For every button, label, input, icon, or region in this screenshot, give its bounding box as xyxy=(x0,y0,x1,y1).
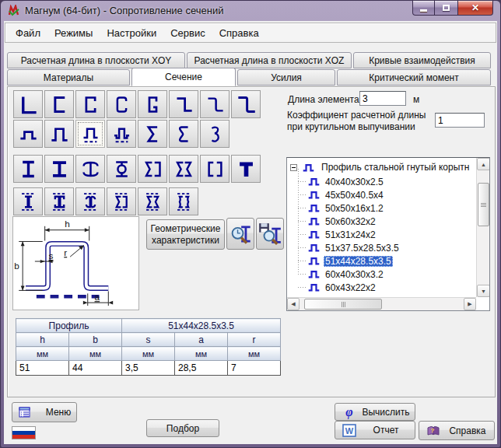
value-r[interactable]: 7 xyxy=(228,361,281,376)
tree-horizontal-scrollbar[interactable]: ◀ ▶ xyxy=(287,297,476,310)
zee-section-button[interactable] xyxy=(169,90,198,118)
hat-section-icon xyxy=(307,229,321,240)
tab-section[interactable]: Сечение xyxy=(131,68,236,86)
tab-interaction-curves[interactable]: Кривые взаимодействия xyxy=(353,52,491,68)
collapse-icon[interactable] xyxy=(290,164,297,171)
svg-text:?: ? xyxy=(431,427,435,434)
tree-item[interactable]: 45x50x40.5x4 xyxy=(306,188,476,201)
report-button[interactable]: W Отчет xyxy=(335,421,415,439)
menu-modes[interactable]: Режимы xyxy=(47,26,100,40)
maximize-button[interactable] xyxy=(435,1,457,16)
tee-section-button[interactable] xyxy=(231,155,261,183)
channel-inner-lip-section-button[interactable] xyxy=(138,90,167,118)
menu-help[interactable]: Справка xyxy=(212,26,266,40)
hat-dashed-section-icon xyxy=(80,124,101,145)
zee-large-section-button[interactable] xyxy=(231,90,261,118)
profile-header-cell: Профиль xyxy=(16,319,122,333)
tab-length-xoz[interactable]: Расчетная длина в плоскости XOZ xyxy=(187,52,352,68)
channel-round-section-button[interactable] xyxy=(107,90,136,118)
facing-channels-section-button[interactable] xyxy=(200,155,229,183)
tree-vertical-scrollbar[interactable]: ▲ ▼ xyxy=(476,158,489,297)
double-sigma-section-button[interactable] xyxy=(169,155,198,183)
sigma-channel-section-button[interactable] xyxy=(138,155,167,183)
section-tab-page: Длина элемента м Коэффициент расчетной д… xyxy=(7,86,496,397)
tab-length-xoy[interactable]: Расчетная длина в плоскости XOY xyxy=(7,52,185,68)
channel-section-button[interactable] xyxy=(44,90,74,118)
composite-curl-dashed-button[interactable] xyxy=(75,187,105,215)
ibeam-ring-section-button[interactable] xyxy=(107,155,136,183)
epsilon-section-button[interactable] xyxy=(200,120,229,148)
scroll-down-icon[interactable]: ▼ xyxy=(477,285,490,297)
element-length-input[interactable] xyxy=(359,91,406,106)
channel-lips-section-button[interactable] xyxy=(75,90,105,118)
minimize-button[interactable] xyxy=(412,1,435,16)
tree-item-label: 50x60x32x2 xyxy=(324,216,377,227)
channel-lips-section-icon xyxy=(80,94,101,115)
section-palette-row-3 xyxy=(13,155,261,183)
title-bar[interactable]: Магнум (64-бит) - Сопротивление сечений … xyxy=(1,1,500,21)
magnum-logo-icon xyxy=(8,5,20,17)
composite-channel-lips-dashed-button[interactable] xyxy=(44,187,74,215)
selection-button[interactable]: Подбор xyxy=(146,419,219,437)
angle-section-button[interactable] xyxy=(13,90,43,118)
col-r: r xyxy=(228,333,281,347)
tree-item[interactable]: 51x44x28.5x3.5 xyxy=(306,254,476,268)
app-window: Магнум (64-бит) - Сопротивление сечений … xyxy=(0,0,501,448)
tree-item[interactable]: 51x37.5x28.5x3.5 xyxy=(306,241,476,254)
menu-button[interactable]: Меню xyxy=(12,402,77,422)
menu-file[interactable]: Файл xyxy=(9,26,47,40)
menu-service[interactable]: Сервис xyxy=(163,26,212,40)
tab-critical-moment[interactable]: Критический момент xyxy=(337,69,491,86)
section-magnifier-save-icon[interactable] xyxy=(256,218,284,250)
tree-item[interactable]: 51x31x24x2 xyxy=(306,228,476,241)
close-button[interactable]: ✕ xyxy=(457,1,493,16)
hat-small-section-button[interactable] xyxy=(13,120,43,148)
geometric-characteristics-button[interactable]: Геометрические характеристики xyxy=(146,219,225,250)
composite-epsilon-dashed-button[interactable] xyxy=(169,187,198,215)
ibeam-curl-section-button[interactable] xyxy=(75,155,105,183)
section-palette-row-2 xyxy=(13,120,229,148)
scroll-right-icon[interactable]: ▶ xyxy=(464,298,476,310)
tree-item[interactable]: 40x40x30x2.5 xyxy=(306,175,476,188)
svg-text:s: s xyxy=(49,250,54,261)
sigma-section-button[interactable] xyxy=(138,120,167,148)
unit-cell: мм xyxy=(16,347,69,361)
tab-forces[interactable]: Усилия xyxy=(237,69,335,86)
zee-round-section-button[interactable] xyxy=(200,90,229,118)
element-length-unit: м xyxy=(413,94,419,105)
vertical-scroll-thumb[interactable] xyxy=(478,183,489,226)
sigma-round-section-button[interactable] xyxy=(169,120,198,148)
help-button[interactable]: ? Справка xyxy=(419,421,495,440)
tree-item[interactable]: 50x50x16x1.2 xyxy=(306,201,476,215)
hat-section-button[interactable] xyxy=(44,120,74,148)
dimensions-table: Профиль 51x44x28.5x3.5 h b s a r мм мм м… xyxy=(16,318,281,376)
value-h[interactable]: 51 xyxy=(16,361,69,376)
value-s[interactable]: 3,5 xyxy=(122,361,175,376)
value-a[interactable]: 28,5 xyxy=(175,361,228,376)
compute-button[interactable]: φ Вычислить xyxy=(335,403,415,421)
section-magnifier-icon[interactable] xyxy=(226,218,254,250)
ibeam-curl-section-icon xyxy=(80,159,101,180)
composite-double-sigma-dashed-button[interactable] xyxy=(138,187,167,215)
hat-dashed-section-button[interactable] xyxy=(75,120,105,148)
horizontal-scroll-thumb[interactable] xyxy=(304,299,382,310)
scroll-left-icon[interactable]: ◀ xyxy=(287,298,300,310)
ibeam-section-icon xyxy=(18,159,39,180)
tree-root[interactable]: Профиль стальной гнутый корытн xyxy=(290,161,469,173)
tree-item[interactable]: 60x40x30x3.2 xyxy=(306,268,476,281)
tree-item[interactable]: 60x43x22x2 xyxy=(306,281,476,294)
ibeam-wide-section-button[interactable] xyxy=(44,155,74,183)
profile-tree[interactable]: Профиль стальной гнутый корытн 40x40x30x… xyxy=(286,157,490,311)
scroll-up-icon[interactable]: ▲ xyxy=(477,158,490,170)
composite-channels-dashed-button[interactable] xyxy=(13,187,43,215)
torsion-coef-input[interactable] xyxy=(435,113,485,128)
menu-settings[interactable]: Настройки xyxy=(100,26,163,40)
tab-materials[interactable]: Материалы xyxy=(7,69,130,86)
hat-lips-dashed-section-button[interactable] xyxy=(107,120,136,148)
ibeam-section-button[interactable] xyxy=(13,155,43,183)
value-b[interactable]: 44 xyxy=(69,361,122,376)
tree-item[interactable]: 50x60x32x2 xyxy=(306,215,476,228)
tree-root-label: Профиль стальной гнутый корытн xyxy=(321,162,469,173)
hat-small-section-icon xyxy=(18,124,39,145)
composite-sigma-dashed-button[interactable] xyxy=(107,187,136,215)
